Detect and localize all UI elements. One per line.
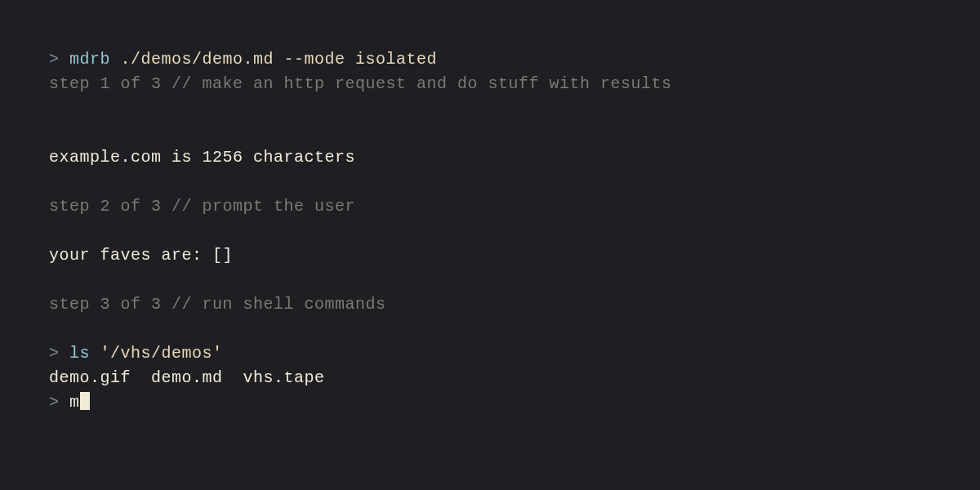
command-line-2: > ls '/vhs/demos'	[49, 341, 931, 366]
step-1-label: step 1 of 3 // make an http request and …	[49, 72, 931, 96]
prompt-symbol: >	[49, 344, 69, 363]
typed-input: m	[69, 393, 80, 412]
output-line-2: your faves are: []	[49, 243, 931, 268]
command-name: mdrb	[69, 50, 110, 69]
output-line-1: example.com is 1256 characters	[49, 145, 931, 170]
blank-line	[49, 96, 931, 121]
command-line-1: > mdrb ./demos/demo.md --mode isolated	[49, 47, 931, 72]
blank-line	[49, 219, 931, 243]
step-2-label: step 2 of 3 // prompt the user	[49, 194, 931, 219]
blank-line	[49, 317, 931, 341]
blank-line	[49, 170, 931, 194]
output-line-3: demo.gif demo.md vhs.tape	[49, 366, 931, 390]
blank-line	[49, 121, 931, 145]
prompt-symbol: >	[49, 50, 69, 69]
command-name: ls	[69, 344, 90, 363]
prompt-symbol: >	[49, 393, 69, 412]
command-args: '/vhs/demos'	[90, 344, 223, 363]
cursor-block	[80, 392, 90, 410]
blank-line	[49, 268, 931, 292]
command-line-3-active[interactable]: > m	[49, 390, 931, 415]
command-args: ./demos/demo.md --mode isolated	[110, 50, 437, 69]
step-3-label: step 3 of 3 // run shell commands	[49, 292, 931, 317]
